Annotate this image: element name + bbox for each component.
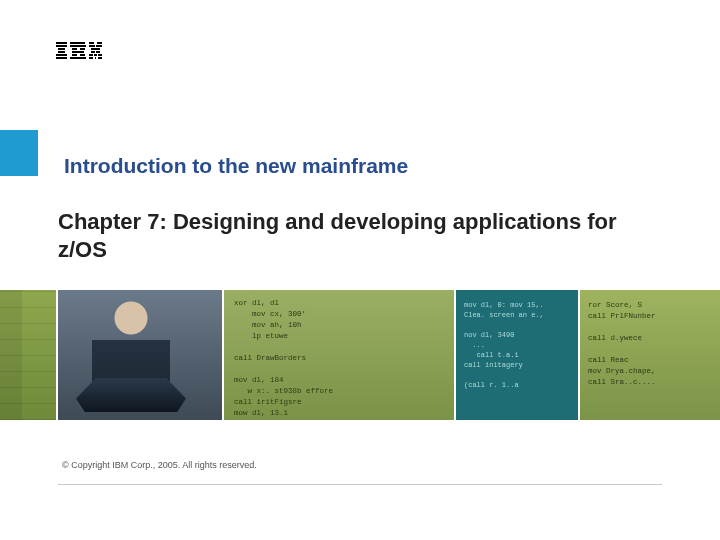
ibm-logo — [56, 42, 102, 60]
svg-rect-27 — [98, 57, 102, 59]
chapter-title: Chapter 7: Designing and developing appl… — [58, 208, 650, 263]
course-title: Introduction to the new mainframe — [64, 154, 408, 178]
decor-panel-code-green-2: ror Score, S call PrlFNunber call d.ywec… — [580, 290, 720, 420]
decor-panel-photo — [58, 290, 222, 420]
svg-rect-20 — [91, 51, 95, 53]
svg-rect-26 — [95, 57, 96, 59]
svg-rect-4 — [56, 54, 67, 56]
accent-tab — [0, 130, 38, 176]
decor-panel-code-green: xor dl, dl mov cx, 300' mov ah, 10h lp e… — [224, 290, 454, 420]
svg-rect-8 — [72, 48, 77, 50]
svg-rect-12 — [80, 54, 85, 56]
svg-rect-0 — [56, 42, 67, 44]
svg-rect-16 — [89, 45, 95, 47]
svg-rect-9 — [80, 48, 85, 50]
copyright-text: © Copyright IBM Corp., 2005. All rights … — [62, 460, 257, 470]
svg-rect-25 — [89, 57, 93, 59]
svg-rect-3 — [58, 51, 65, 53]
svg-rect-24 — [98, 54, 102, 56]
svg-rect-21 — [96, 51, 100, 53]
svg-rect-19 — [95, 48, 100, 50]
svg-rect-7 — [70, 45, 86, 47]
svg-rect-14 — [89, 42, 94, 44]
svg-rect-1 — [56, 45, 67, 47]
svg-rect-15 — [97, 42, 102, 44]
svg-rect-2 — [58, 48, 65, 50]
svg-rect-5 — [56, 57, 67, 59]
decorative-image-strip: xor dl, dl mov cx, 300' mov ah, 10h lp e… — [0, 290, 720, 420]
svg-rect-17 — [96, 45, 102, 47]
svg-rect-11 — [72, 54, 77, 56]
svg-rect-10 — [72, 51, 84, 53]
decor-panel-code-sliver — [0, 290, 56, 420]
decor-panel-code-teal: mov dl, 0: mov 15,. Clea. screen an e., … — [456, 290, 578, 420]
svg-rect-22 — [89, 54, 93, 56]
svg-rect-23 — [94, 54, 97, 56]
footer-divider — [58, 484, 662, 485]
svg-rect-6 — [70, 42, 85, 44]
svg-rect-13 — [70, 57, 86, 59]
